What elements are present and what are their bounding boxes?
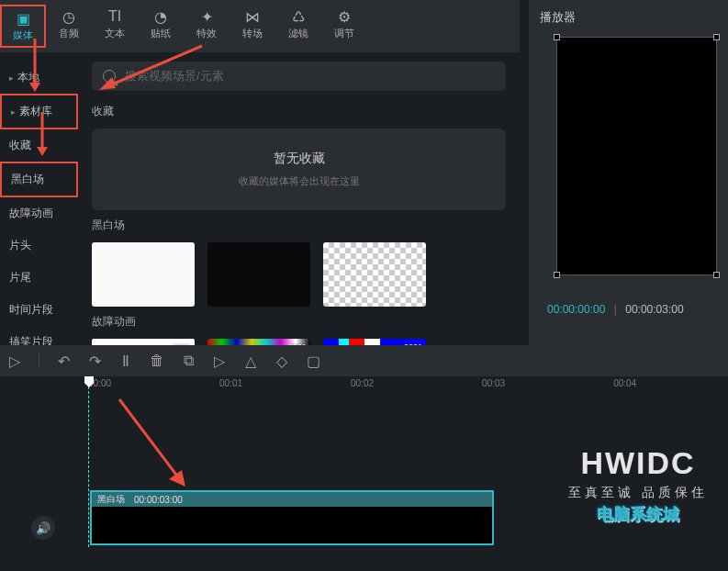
search-icon bbox=[103, 70, 116, 83]
tool-media[interactable]: ▣ 媒体 bbox=[0, 5, 46, 48]
search-input[interactable]: 搜索视频场景/元素 bbox=[92, 62, 506, 91]
playhead[interactable] bbox=[88, 382, 89, 547]
sticker-icon: ◔ bbox=[138, 8, 184, 25]
audio-icon: ◷ bbox=[46, 8, 92, 25]
rotate-icon[interactable]: ◇ bbox=[274, 353, 289, 368]
section-bw: 黑白场 bbox=[92, 218, 506, 233]
thumb-white[interactable] bbox=[92, 242, 195, 307]
search-placeholder: 搜索视频场景/元素 bbox=[125, 68, 224, 84]
crop-icon[interactable]: ▢ bbox=[306, 353, 320, 368]
ruler-tick: 00:04 bbox=[613, 378, 636, 388]
handle-tl[interactable] bbox=[554, 34, 560, 40]
timeline-ruler: 00:00 00:01 00:02 00:03 00:04 bbox=[0, 376, 728, 388]
side-glitch[interactable]: 故障动画 bbox=[0, 197, 78, 230]
split-icon[interactable]: Ⅱ bbox=[118, 353, 133, 368]
watermark-badge: 电脑系统城 bbox=[568, 503, 708, 525]
tool-audio[interactable]: ◷ 音频 bbox=[46, 5, 92, 48]
filter-icon: ♺ bbox=[275, 8, 321, 25]
cursor-tool-icon[interactable]: ▷ bbox=[7, 353, 22, 368]
track-mute-button[interactable]: 🔊 bbox=[31, 516, 55, 540]
tool-effect[interactable]: ✦ 特效 bbox=[184, 5, 230, 48]
thumb-black[interactable] bbox=[207, 242, 310, 307]
tool-text[interactable]: TI 文本 bbox=[92, 5, 138, 48]
tool-sticker[interactable]: ◔ 贴纸 bbox=[138, 5, 184, 48]
delete-icon[interactable]: 🗑 bbox=[150, 353, 164, 368]
timeline-clip[interactable]: 黑白场 00:00:03:00 bbox=[90, 490, 494, 545]
side-blackwhite[interactable]: 黑白场 bbox=[0, 162, 78, 197]
handle-br[interactable] bbox=[713, 272, 720, 278]
top-toolbar: ▣ 媒体 ◷ 音频 TI 文本 ◔ 贴纸 ✦ 特效 ⋈ 转场 bbox=[0, 0, 520, 52]
effect-icon: ✦ bbox=[184, 8, 230, 25]
side-local[interactable]: 本地 bbox=[0, 62, 78, 94]
glitch-thumbs: 0001 0001 0001 bbox=[92, 339, 506, 345]
section-glitch: 故障动画 bbox=[92, 314, 506, 330]
redo-icon[interactable]: ↷ bbox=[87, 353, 102, 368]
glitch-2[interactable]: 0001 bbox=[207, 339, 310, 345]
player-time: 00:00:00:00 | 00:00:03:00 bbox=[547, 303, 717, 316]
side-fav[interactable]: 收藏 bbox=[0, 129, 78, 162]
undo-icon[interactable]: ↶ bbox=[56, 353, 71, 368]
clip-header: 黑白场 00:00:03:00 bbox=[92, 492, 492, 507]
clip-name: 黑白场 bbox=[97, 493, 125, 506]
glitch-1[interactable]: 0001 bbox=[92, 339, 195, 345]
sidebar: 本地 素材库 收藏 黑白场 故障动画 片头 片尾 时间片段 搞笑片段 bbox=[0, 52, 78, 345]
mirror-icon[interactable]: △ bbox=[243, 353, 258, 368]
section-favorites: 收藏 bbox=[92, 104, 506, 119]
watermark-logo: HWIDC bbox=[568, 445, 708, 481]
player-viewport[interactable] bbox=[556, 37, 717, 275]
handle-tr[interactable] bbox=[713, 34, 720, 40]
ruler-tick: 00:01 bbox=[219, 378, 242, 388]
fav-empty-title: 暂无收藏 bbox=[114, 151, 484, 167]
time-current: 00:00:00:00 bbox=[547, 303, 605, 316]
player-panel: 播放器 00:00:00:00 | 00:00:03:00 bbox=[529, 0, 728, 345]
text-icon: TI bbox=[92, 8, 138, 25]
ruler-tick: 00:03 bbox=[482, 378, 505, 388]
tool-adjust[interactable]: ⚙ 调节 bbox=[321, 5, 367, 48]
side-library[interactable]: 素材库 bbox=[0, 94, 78, 129]
tool-transition[interactable]: ⋈ 转场 bbox=[230, 5, 275, 48]
media-icon: ▣ bbox=[2, 10, 44, 27]
time-duration: 00:00:03:00 bbox=[625, 303, 683, 316]
watermark-sub: 至真至诚 品质保住 bbox=[568, 485, 708, 501]
adjust-icon: ⚙ bbox=[321, 8, 367, 25]
ruler-tick: 00:02 bbox=[351, 378, 374, 388]
play-icon[interactable]: ▷ bbox=[212, 353, 227, 368]
transition-icon: ⋈ bbox=[230, 8, 275, 25]
timeline-toolbar: ▷ ↶ ↷ Ⅱ 🗑 ⧉ ▷ △ ◇ ▢ bbox=[0, 345, 728, 376]
side-time[interactable]: 时间片段 bbox=[0, 294, 78, 326]
thumb-transparent[interactable] bbox=[323, 242, 426, 307]
clip-duration: 00:00:03:00 bbox=[134, 495, 183, 505]
player-title: 播放器 bbox=[540, 9, 717, 26]
fav-empty-sub: 收藏的媒体将会出现在这里 bbox=[114, 174, 484, 188]
side-intro[interactable]: 片头 bbox=[0, 230, 78, 262]
copy-icon[interactable]: ⧉ bbox=[181, 353, 196, 368]
handle-bl[interactable] bbox=[554, 272, 560, 278]
watermark: HWIDC 至真至诚 品质保住 电脑系统城 bbox=[568, 445, 708, 525]
favorites-empty: 暂无收藏 收藏的媒体将会出现在这里 bbox=[92, 129, 506, 210]
side-funny[interactable]: 搞笑片段 bbox=[0, 326, 78, 345]
tool-filter[interactable]: ♺ 滤镜 bbox=[275, 5, 321, 48]
glitch-3[interactable]: 0001 bbox=[323, 339, 426, 345]
bw-thumbs bbox=[92, 242, 506, 307]
side-outro[interactable]: 片尾 bbox=[0, 262, 78, 294]
